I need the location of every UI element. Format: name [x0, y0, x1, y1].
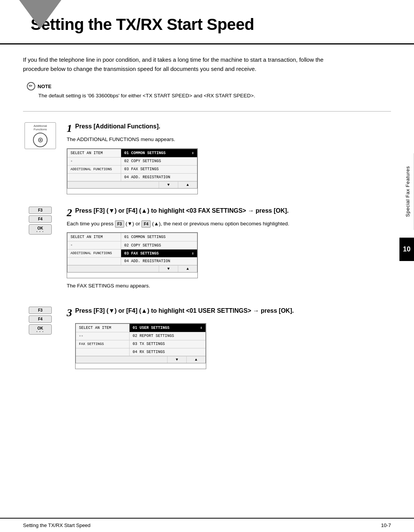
- step-1-number: 1: [67, 121, 72, 136]
- lcd-nav-up-2: ▲: [178, 266, 197, 272]
- main-content: If you find the telephone line in poor c…: [0, 55, 414, 369]
- lcd-row-4-1: 04 ADD. REGISTRATION: [67, 174, 197, 181]
- f3-inline: F3: [115, 220, 124, 228]
- lcd-left-title-2: SELECT AN ITEM: [67, 233, 121, 241]
- chapter-tab: 10: [399, 238, 414, 261]
- note-text: The default setting is '06 33600bps' for…: [27, 92, 318, 100]
- step-2-number: 2: [67, 205, 72, 220]
- ok-key: OK • • •: [29, 224, 52, 235]
- lcd-inner-2: SELECT AN ITEM 01 COMMON SETTINGS ▫ 02 C…: [67, 233, 197, 273]
- step-3-content: 3 Press [F3] (▼) or [F4] (▲) to highligh…: [67, 307, 391, 369]
- lcd-nav-up-1: ▲: [178, 182, 197, 188]
- page-number: 10-7: [381, 522, 391, 528]
- lcd-nav-1: ▼ ▲: [67, 181, 197, 188]
- lcd-item-1-3: 01 USER SETTINGS ⇕: [130, 324, 205, 332]
- lcd-item-3-1: 03 FAX SETTINGS: [121, 166, 197, 173]
- lcd-left-empty-1: [67, 174, 121, 181]
- intro-text: If you find the telephone line in poor c…: [23, 55, 337, 74]
- lcd-row-2-3: ▫▫ 02 REPORT SETTINGS: [76, 332, 205, 340]
- step-2-icon-col: F3 F4 OK • • •: [23, 207, 58, 235]
- f3-key-3: F3: [29, 307, 52, 314]
- ok-dots-3: • • •: [31, 330, 49, 333]
- lcd-row-4-2: 04 ADD. REGISTRATION: [67, 258, 197, 265]
- f3-key: F3: [29, 207, 52, 214]
- step-3-icon-col: F3 F4 OK • • •: [23, 307, 58, 335]
- lcd-nav-2: ▼ ▲: [67, 265, 197, 272]
- lcd-inner-3: SELECT AN ITEM 01 USER SETTINGS ⇕ ▫▫ 02 …: [76, 323, 206, 363]
- page-footer: Setting the TX/RX Start Speed 10-7: [0, 518, 414, 532]
- step-3: F3 F4 OK • • • 3 Press [F3] (▼) or [F4] …: [23, 307, 391, 369]
- note-title: NOTE: [38, 84, 51, 89]
- step-2-heading: 2 Press [F3] (▼) or [F4] (▲) to highligh…: [67, 207, 391, 215]
- lcd-nav-down-3: ▼: [167, 356, 186, 363]
- lcd-left-empty-2: [67, 258, 121, 265]
- page-title: Setting the TX/RX Start Speed: [23, 11, 391, 39]
- lcd-left-icon-3: ▫▫: [76, 332, 130, 340]
- lcd-row-3-2: ADDITIONAL FUNCTIONS 03 FAX SETTINGS ⇕: [67, 250, 197, 258]
- lcd-row-2-1: ▫ 02 COPY SETTINGS: [67, 158, 197, 166]
- step-2-desc: Each time you press F3 (▼) or F4 (▲), th…: [67, 220, 391, 228]
- lcd-item-2-1: 02 COPY SETTINGS: [121, 158, 197, 165]
- lcd-nav-3: ▼ ▲: [76, 356, 205, 363]
- lcd-nav-down-2: ▼: [159, 266, 178, 272]
- step-2-keys: F3 F4 OK • • •: [29, 207, 52, 235]
- lcd-item-4-1: 04 ADD. REGISTRATION: [121, 174, 197, 181]
- lcd-item-1-1: 01 COMMON SETTINGS ⇕: [121, 149, 197, 157]
- lcd-item-3-2: 03 FAX SETTINGS ⇕: [121, 250, 197, 257]
- step-1: Additional Functions ⊛ 1 Press [Addition…: [23, 122, 391, 194]
- lcd-row-title-3: SELECT AN ITEM 01 USER SETTINGS ⇕: [76, 324, 205, 332]
- lcd-row-4-3: 04 RX SETTINGS: [76, 348, 205, 356]
- step-1-content: 1 Press [Additional Functions]. The ADDI…: [67, 122, 391, 194]
- lcd-left-icon-1: ▫: [67, 158, 121, 165]
- lcd-row-3-3: FAX SETTINGS 03 TX SETTINGS: [76, 340, 205, 348]
- step-1-heading: 1 Press [Additional Functions].: [67, 122, 391, 131]
- lcd-row-title-2: SELECT AN ITEM 01 COMMON SETTINGS: [67, 233, 197, 241]
- lcd-left-icon-2: ▫: [67, 241, 121, 249]
- lcd-item-2-3: 02 REPORT SETTINGS: [130, 332, 205, 340]
- lcd-screen-2: SELECT AN ITEM 01 COMMON SETTINGS ▫ 02 C…: [67, 232, 198, 278]
- step-2: F3 F4 OK • • • 2 Press [F3] (▼) or [F4] …: [23, 207, 391, 295]
- lcd-nav-up-3: ▲: [186, 356, 205, 363]
- lcd-left-sub-1: ADDITIONAL FUNCTIONS: [67, 166, 121, 173]
- page-header: Setting the TX/RX Start Speed: [0, 0, 414, 44]
- note-label: NOTE: [27, 82, 391, 90]
- step-2-content: 2 Press [F3] (▼) or [F4] (▲) to highligh…: [67, 207, 391, 295]
- lcd-screen-1: SELECT AN ITEM 01 COMMON SETTINGS ⇕ ▫ 02…: [67, 148, 198, 194]
- step-3-keys: F3 F4 OK • • •: [29, 307, 52, 335]
- lcd-row-title-1: SELECT AN ITEM 01 COMMON SETTINGS ⇕: [67, 149, 197, 158]
- header-triangle: [19, 0, 61, 29]
- af-icon: ⊛: [33, 133, 48, 147]
- divider: [23, 111, 391, 112]
- lcd-nav-down-1: ▼: [159, 182, 178, 188]
- lcd-inner-1: SELECT AN ITEM 01 COMMON SETTINGS ⇕ ▫ 02…: [67, 149, 197, 189]
- step-1-icon-col: Additional Functions ⊛: [23, 122, 58, 149]
- f4-key-3: F4: [29, 315, 52, 323]
- lcd-item-2-2: 02 COPY SETTINGS: [121, 241, 197, 249]
- lcd-left-title-1: SELECT AN ITEM: [67, 149, 121, 157]
- note-box: NOTE The default setting is '06 33600bps…: [23, 82, 391, 100]
- lcd-item-4-2: 04 ADD. REGISTRATION: [121, 258, 197, 265]
- lcd-row-3-1: ADDITIONAL FUNCTIONS 03 FAX SETTINGS: [67, 166, 197, 174]
- step-1-desc: The ADDITIONAL FUNCTIONS menu appears.: [67, 136, 391, 143]
- note-icon: [27, 82, 35, 90]
- f4-key: F4: [29, 215, 52, 223]
- f4-inline: F4: [141, 220, 151, 228]
- additional-functions-btn: Additional Functions ⊛: [25, 122, 56, 149]
- step-2-footer: The FAX SETTINGS menu appears.: [67, 282, 391, 290]
- lcd-item-1-2: 01 COMMON SETTINGS: [121, 233, 197, 241]
- footer-left: Setting the TX/RX Start Speed: [23, 522, 90, 528]
- ok-dots: • • •: [31, 230, 49, 233]
- sidebar-label: Special Fax Features: [402, 153, 414, 230]
- lcd-left-title-3: SELECT AN ITEM: [76, 324, 130, 332]
- ok-key-3: OK • • •: [29, 324, 52, 335]
- lcd-row-2-2: ▫ 02 COPY SETTINGS: [67, 241, 197, 250]
- lcd-item-3-3: 03 TX SETTINGS: [130, 340, 205, 348]
- lcd-left-sub-2: ADDITIONAL FUNCTIONS: [67, 250, 121, 257]
- lcd-item-4-3: 04 RX SETTINGS: [130, 348, 205, 356]
- lcd-screen-3: SELECT AN ITEM 01 USER SETTINGS ⇕ ▫▫ 02 …: [75, 323, 206, 369]
- step-3-heading: 3 Press [F3] (▼) or [F4] (▲) to highligh…: [67, 307, 391, 315]
- lcd-left-sub-3: FAX SETTINGS: [76, 340, 130, 348]
- step-3-number: 3: [67, 305, 72, 320]
- lcd-left-empty-3: [76, 348, 130, 356]
